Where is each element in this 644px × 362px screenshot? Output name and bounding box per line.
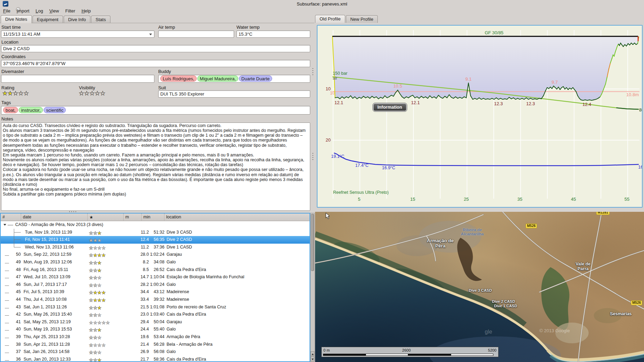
map-scale-bar: 0 m 2600 5200: [321, 347, 499, 357]
column-header-m[interactable]: m: [123, 214, 129, 221]
horizontal-splitter[interactable]: [69, 211, 76, 212]
dive-site-marker-3[interactable]: Dive 3 CASD: [469, 288, 492, 292]
water-temp-value: 15.3°C: [239, 31, 252, 37]
tab-old-profile[interactable]: Old Profile: [315, 15, 345, 23]
tab-dive-notes[interactable]: Dive Notes: [1, 15, 32, 23]
map-place-vale: Vale de Parra: [573, 262, 593, 271]
buddy-chip[interactable]: Luís Rodrigues,: [160, 75, 197, 82]
tags-field[interactable]: boat,instructor,scientific: [1, 106, 310, 115]
tab-dive-info[interactable]: Dive Info: [64, 16, 90, 23]
dive-location: Galo: [167, 260, 176, 264]
svg-text:15: 15: [410, 197, 415, 202]
column-header-date[interactable]: date: [21, 214, 31, 221]
dive-row[interactable]: 36Sun, Jan 20, 2013 12:33★★★★★21.758:36C…: [1, 356, 310, 362]
dive-row[interactable]: Fri, Nov 15, 2013 11:41★★★★★12.456:35Div…: [1, 236, 310, 244]
dive-number: 39: [8, 334, 21, 339]
splitter-handle: [312, 68, 313, 76]
map-place-ribeira: Ribeira de Alcantarilha: [456, 228, 488, 236]
dive-duration: 50:04: [142, 319, 164, 324]
dive-row[interactable]: 40Sun, May 19, 2013 15:53★★★★★24.455:40G…: [1, 326, 310, 333]
dive-row[interactable]: 42Sun, May 26, 2013 15:40★★★★★23.01:03:4…: [1, 311, 310, 318]
column-header-min[interactable]: min: [141, 214, 150, 221]
scroll-up-button[interactable]: [311, 351, 314, 356]
dive-row[interactable]: Wed, Nov 13, 2013 11:06★★★★★11.237:36Div…: [1, 244, 310, 251]
tag-chip[interactable]: scientific: [44, 107, 66, 113]
tag-chip[interactable]: instructor,: [19, 107, 43, 113]
dive-row[interactable]: 41Sat, May 25, 2013 12:19★★★★★29.450:04G…: [1, 318, 310, 326]
column-header-#[interactable]: #: [1, 214, 5, 221]
start-time-value: 11/15/13 11:41 AM: [3, 31, 40, 37]
dive-row[interactable]: 47Wed, Jul 10, 2013 13:09★★★★★14.71:10:0…: [1, 273, 310, 281]
buddy-chip[interactable]: Duarte Duarte: [239, 75, 272, 82]
svg-text:GF 30/85: GF 30/85: [485, 30, 503, 35]
dive-row[interactable]: 44Thu, Jul 4, 2013 10:08★★★★★33.439:32Ma…: [1, 296, 310, 304]
dive-row[interactable]: 39Thu, Apr 25, 2013 10:28★★★★★19.653:44A…: [1, 333, 310, 341]
dive-date: Sat, Jun 1, 2013 11:26: [24, 305, 67, 309]
information-button[interactable]: Information: [373, 103, 407, 111]
dive-number: 47: [8, 274, 21, 279]
dive-number: 49: [8, 260, 21, 264]
dive-trip-row[interactable]: CASD - Armação de Pêra, Nov 2013 (3 dive…: [1, 221, 310, 229]
menu-item-filter[interactable]: Filter: [62, 7, 78, 15]
dive-site-marker-2[interactable]: Dive 2 CASD: [492, 299, 515, 304]
dive-date: Mon, Aug 19, 2013 12:06: [24, 260, 72, 264]
collapse-arrow-icon[interactable]: [3, 224, 6, 226]
tree-line: [14, 233, 14, 236]
scale-mid: 2600: [402, 348, 411, 352]
dive-number: 48: [8, 267, 21, 272]
star-empty: ★★★★★: [79, 90, 106, 96]
dive-date: Thu, Apr 25, 2013 10:28: [24, 334, 70, 339]
buddy-field[interactable]: Luís Rodrigues,Miguel Madureira,Duarte D…: [158, 75, 310, 83]
air-temp-field[interactable]: [158, 30, 234, 38]
scale-end: 5200: [488, 348, 497, 352]
menu-item-log[interactable]: Log: [33, 7, 46, 15]
menu-item-help[interactable]: Help: [78, 7, 94, 15]
scrollbar-thumb[interactable]: [311, 214, 314, 271]
dive-site-map[interactable]: Armação de Pêra Ribeira de Alcantarilha …: [315, 212, 644, 362]
star-filled: ★★: [2, 90, 13, 96]
tab-new-profile[interactable]: New Profile: [346, 15, 378, 23]
visibility-stars[interactable]: ★★★★★: [79, 90, 106, 97]
map-copyright: © 2013 Google: [539, 328, 570, 333]
start-time-combo[interactable]: 11/15/13 11:41 AM: [1, 30, 154, 38]
dive-row[interactable]: 45Fri, Jul 5, 2013 10:39★★★★★34.443:12Ma…: [1, 288, 310, 296]
rating-stars[interactable]: ★★★★★: [2, 90, 29, 97]
coordinates-field[interactable]: 37°05'23.460"N 8°20'47.879"W: [1, 60, 310, 67]
tab-equipment[interactable]: Equipment: [33, 16, 63, 23]
vertical-splitter[interactable]: [311, 8, 315, 212]
svg-text:45: 45: [571, 197, 576, 202]
dive-row[interactable]: 37Sat, Jan 26, 2013 14:58★★★★★26.956:08G…: [1, 348, 310, 356]
buddy-chip[interactable]: Miguel Madureira,: [197, 75, 238, 82]
dive-row[interactable]: 46Sun, Jul 7, 2013 17:17★★★★★28.21:00:24…: [1, 281, 310, 289]
divemaster-field[interactable]: [1, 75, 154, 83]
suit-field[interactable]: DUI TLS 350 Explorer: [158, 90, 310, 98]
column-header-location[interactable]: location: [164, 214, 181, 221]
column-header-★[interactable]: ★: [87, 214, 93, 221]
dive-duration: 43:12: [142, 289, 164, 294]
dive-row[interactable]: 49Mon, Aug 19, 2013 12:06★★★★★8.234:08Ga…: [1, 259, 310, 266]
menu-item-view[interactable]: View: [46, 7, 62, 15]
tag-chip[interactable]: boat,: [3, 107, 18, 113]
location-field[interactable]: Dive 2 CASD: [1, 45, 310, 52]
dive-list-scrollbar[interactable]: [310, 213, 315, 362]
tab-stats[interactable]: Stats: [91, 16, 110, 23]
dive-row[interactable]: 38Sun, Apr 21, 2013 11:28★★★★★21.456:28B…: [1, 341, 310, 349]
scroll-down-button[interactable]: [311, 356, 314, 361]
notes-textarea[interactable]: Aula do curso CASD. Transectos c/video e…: [1, 123, 310, 211]
dive-row[interactable]: 48Fri, Aug 16, 2013 15:11★★★★★8.526:52Ca…: [1, 266, 310, 274]
dive-site-marker-1[interactable]: Dive 1 CASD: [494, 304, 517, 308]
menu-item-import[interactable]: Import: [14, 7, 33, 15]
dive-row[interactable]: Tue, Nov 19, 2013 11:39★★★★★11.251:32Div…: [1, 229, 310, 236]
suit-value: DUI TLS 350 Explorer: [160, 91, 204, 97]
dive-row[interactable]: 43Sat, Jun 1, 2013 11:26★★★★★21.51:01:08…: [1, 304, 310, 311]
chevron-down-icon[interactable]: [149, 34, 152, 35]
dive-duration: 26:52: [142, 267, 164, 272]
profile-plot: 10.810.8mGF 30/85150 barair8010205152535…: [317, 26, 642, 207]
star-empty: ★★★: [89, 313, 101, 318]
dive-date: Wed, Jul 10, 2013 13:09: [24, 274, 70, 279]
water-temp-field[interactable]: 15.3°C: [236, 30, 310, 38]
dive-location: Armação de Pêra: [167, 334, 200, 339]
menu-item-file[interactable]: File: [0, 7, 14, 15]
dive-row[interactable]: 50Sun, Sep 22, 2013 12:59★★★★★28.01:02:2…: [1, 251, 310, 259]
dive-date: Sun, Jul 7, 2013 17:17: [24, 282, 67, 287]
